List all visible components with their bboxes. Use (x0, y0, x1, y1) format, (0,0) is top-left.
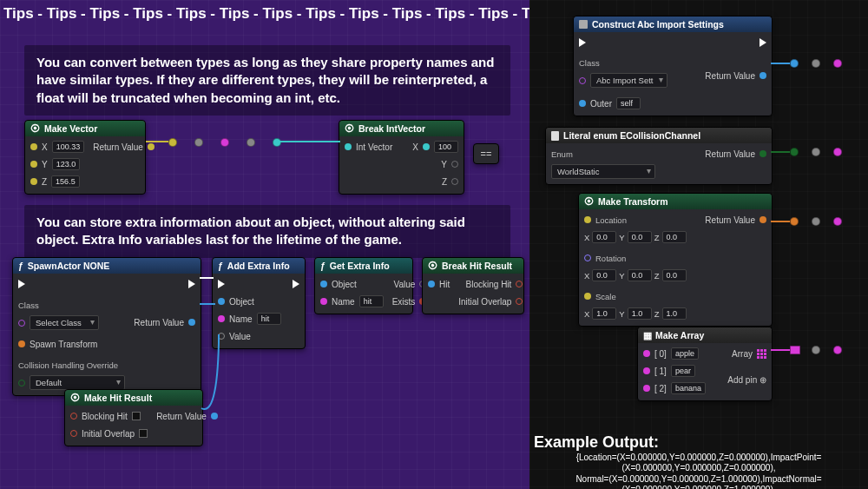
input-rot-y[interactable]: 0.0 (628, 269, 652, 281)
pin-hit[interactable] (428, 281, 435, 287)
pin-scale[interactable] (584, 293, 591, 300)
pin-return[interactable] (188, 319, 195, 326)
pin-blocking[interactable] (516, 281, 523, 287)
input-y[interactable]: 123.0 (52, 158, 81, 170)
pin-name[interactable] (320, 298, 327, 305)
input-loc-z[interactable]: 0.0 (662, 231, 687, 243)
input-scale-y[interactable]: 1.0 (628, 307, 652, 320)
reroute-r1[interactable] (790, 59, 799, 68)
exec-in[interactable] (18, 280, 25, 288)
pin-return[interactable] (211, 413, 218, 420)
input-z[interactable]: 156.5 (51, 175, 80, 188)
input-item-2[interactable]: banana (671, 382, 706, 394)
pin-z[interactable] (30, 178, 37, 185)
pin-collision[interactable] (18, 380, 25, 387)
node-make-transform[interactable]: ⦿Make Transform Location X0.0Y0.0Z0.0 Ro… (578, 193, 773, 327)
input-x[interactable]: 100.33 (52, 141, 85, 153)
input-loc-x[interactable]: 0.0 (592, 231, 616, 243)
pin-value[interactable] (218, 333, 225, 340)
reroute-r3[interactable] (833, 59, 842, 68)
exec-out[interactable] (188, 280, 195, 288)
input-rot-z[interactable]: 0.0 (662, 269, 687, 281)
exec-in[interactable] (218, 280, 225, 288)
input-name[interactable]: hit (257, 313, 281, 325)
pin-x[interactable] (30, 143, 37, 150)
node-literal-enum[interactable]: Literal enum ECollisionChannel Enum Worl… (545, 127, 773, 185)
reroute-r12[interactable] (833, 346, 842, 354)
pin-return[interactable] (760, 150, 766, 157)
pin-item-2[interactable] (643, 385, 650, 392)
pin-outer[interactable] (579, 100, 586, 107)
reroute-r6[interactable] (833, 148, 842, 156)
checkbox-blocking[interactable] (132, 412, 141, 420)
node-add-extra-info[interactable]: ƒAdd Extra Info Object Namehit Value (212, 257, 306, 349)
reroute-4[interactable] (247, 138, 255, 147)
pin-return[interactable] (760, 216, 766, 223)
pin-class[interactable] (18, 320, 25, 327)
add-pin-button[interactable]: Add pin ⊕ (727, 375, 766, 385)
node-get-extra-info[interactable]: ƒGet Extra Info Object Namehit Value Exi… (314, 257, 413, 314)
left-graph-panel[interactable]: Tips - Tips - Tips - Tips - Tips - Tips … (0, 0, 529, 489)
reroute-2[interactable] (194, 138, 203, 147)
input-loc-y[interactable]: 0.0 (628, 231, 652, 243)
reroute-r2[interactable] (812, 59, 820, 68)
pin-transform[interactable] (18, 340, 25, 347)
node-header: ▦Make Array (638, 327, 772, 343)
input-item-1[interactable]: pear (671, 365, 695, 377)
class-dropdown[interactable]: Abc Import Sett (590, 73, 667, 88)
input-name[interactable]: hit (359, 295, 384, 307)
pin-object[interactable] (218, 298, 225, 305)
reroute-r4[interactable] (790, 148, 799, 156)
node-make-array[interactable]: ▦Make Array [ 0]apple [ 1]pear [ 2]banan… (637, 327, 773, 401)
pin-location[interactable] (584, 216, 591, 223)
node-make-hit-result[interactable]: ⦿Make Hit Result Blocking Hit Initial Ov… (64, 389, 203, 446)
pin-rotation[interactable] (584, 254, 591, 261)
pin-y[interactable] (30, 161, 37, 168)
pin-item-0[interactable] (643, 350, 650, 357)
input-item-0[interactable]: apple (671, 347, 699, 360)
pin-class[interactable] (579, 77, 586, 84)
pin-out-z[interactable] (451, 178, 458, 185)
enum-dropdown[interactable]: WorldStatic (551, 164, 655, 179)
input-outer[interactable]: self (616, 97, 641, 109)
node-construct-abc[interactable]: Construct Abc Import Settings Class Abc … (573, 16, 773, 116)
right-graph-panel[interactable]: Construct Abc Import Settings Class Abc … (529, 0, 868, 489)
pin-return[interactable] (760, 72, 766, 79)
pin-in[interactable] (345, 143, 352, 150)
reroute-r10[interactable] (790, 346, 800, 354)
node-make-vector[interactable]: ⦿Make Vector X100.33 Y123.0 Z156.5 Retur… (24, 120, 146, 195)
pin-blocking[interactable] (70, 413, 77, 420)
pin-initial[interactable] (516, 298, 523, 305)
reroute-1[interactable] (168, 138, 177, 147)
collision-dropdown[interactable]: Default (30, 375, 125, 390)
input-scale-z[interactable]: 1.0 (662, 307, 687, 320)
input-scale-x[interactable]: 1.0 (592, 307, 616, 320)
pin-name[interactable] (218, 315, 225, 322)
node-header: Construct Abc Import Settings (574, 17, 772, 32)
reroute-r5[interactable] (812, 148, 820, 156)
node-equals[interactable]: == (473, 143, 499, 164)
reroute-r11[interactable] (812, 346, 820, 354)
node-spawn-actor[interactable]: ƒSpawnActor NONE Class Select Class Spaw… (12, 257, 201, 396)
pin-return[interactable] (148, 143, 155, 150)
reroute-r7[interactable] (790, 217, 799, 226)
reroute-3[interactable] (220, 138, 229, 147)
reroute-r9[interactable] (833, 217, 842, 226)
checkbox-initial[interactable] (139, 429, 148, 438)
node-break-intvector[interactable]: ⦿Break IntVector Int Vector X100 Y Z (339, 120, 464, 195)
exec-out[interactable] (293, 280, 299, 288)
class-dropdown[interactable]: Select Class (30, 315, 99, 330)
pin-out-x[interactable] (423, 143, 430, 150)
reroute-r8[interactable] (812, 217, 820, 226)
input-rot-x[interactable]: 0.0 (592, 269, 616, 281)
exec-out[interactable] (760, 38, 766, 47)
pin-item-1[interactable] (643, 367, 650, 374)
pin-object[interactable] (320, 281, 327, 287)
exec-in[interactable] (579, 38, 586, 47)
reroute-5[interactable] (273, 138, 281, 147)
node-break-hit-result[interactable]: ⦿Break Hit Result Hit Blocking Hit Initi… (422, 257, 524, 314)
pin-array-out[interactable] (757, 349, 766, 359)
pin-out-y[interactable] (451, 161, 458, 168)
node-header: ⦿Break IntVector (339, 121, 464, 136)
pin-initial[interactable] (70, 430, 77, 437)
